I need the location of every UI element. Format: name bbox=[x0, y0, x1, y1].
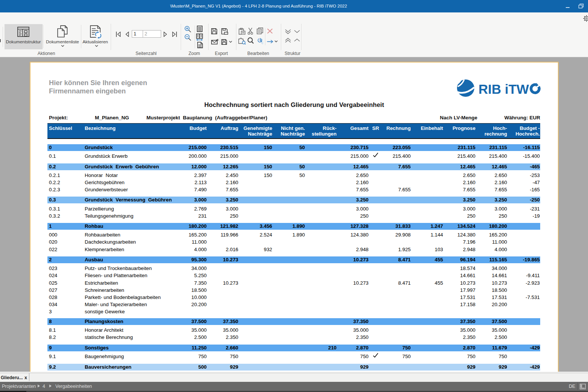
svg-text:c: c bbox=[262, 41, 264, 45]
